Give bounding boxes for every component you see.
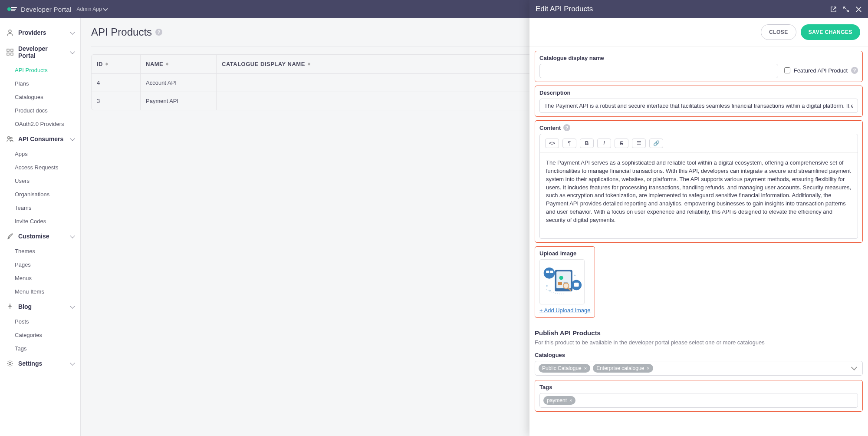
sidebar-item-product-docs[interactable]: Product docs xyxy=(0,104,80,117)
code-icon[interactable]: <> xyxy=(545,139,559,148)
rich-text-editor: <> ¶ B I S ☰ 🔗 The Payment API serves as… xyxy=(539,134,858,239)
chevron-down-icon xyxy=(70,136,75,141)
grid-icon xyxy=(6,48,14,56)
remove-chip-icon[interactable]: × xyxy=(584,366,587,371)
sidebar-item-themes[interactable]: Themes xyxy=(0,244,80,258)
sidebar-item-posts[interactable]: Posts xyxy=(0,315,80,328)
italic-icon[interactable]: I xyxy=(597,139,611,148)
sidebar-item-oauth2-0-providers[interactable]: OAuth2.0 Providers xyxy=(0,117,80,131)
svg-rect-5 xyxy=(11,53,13,55)
help-icon[interactable]: ? xyxy=(563,124,570,131)
tags-label: Tags xyxy=(539,384,858,390)
catalogue-name-input[interactable] xyxy=(539,64,778,78)
featured-checkbox[interactable]: Featured API Product ? xyxy=(784,64,858,74)
gear-icon xyxy=(6,360,14,367)
tags-input[interactable]: payment × xyxy=(539,393,858,408)
svg-point-9 xyxy=(544,268,555,279)
remove-chip-icon[interactable]: × xyxy=(569,398,572,403)
description-label: Description xyxy=(539,89,858,96)
logo-icon xyxy=(7,5,17,13)
svg-rect-3 xyxy=(11,49,13,51)
user-icon xyxy=(6,29,14,36)
expand-icon[interactable] xyxy=(843,6,849,13)
chevron-down-icon xyxy=(70,360,75,365)
col-id[interactable]: ID xyxy=(92,55,141,73)
sidebar-item-catalogues[interactable]: Catalogues xyxy=(0,90,80,104)
publish-subtitle: For this product to be available in the … xyxy=(535,339,863,346)
pin-icon xyxy=(6,303,14,310)
sort-icon xyxy=(166,61,168,67)
svg-rect-10 xyxy=(546,271,549,273)
help-icon[interactable]: ? xyxy=(851,67,858,74)
catalogue-name-label: Catalogue display name xyxy=(539,55,778,61)
tags-section: Tags payment × xyxy=(535,380,863,412)
chevron-down-icon xyxy=(70,304,75,308)
sidebar-item-organisations[interactable]: Organisations xyxy=(0,188,80,201)
chevron-down-icon xyxy=(851,364,857,370)
nav-group-label: Blog xyxy=(18,303,32,310)
featured-label: Featured API Product xyxy=(794,67,848,74)
nav-group-label: Customise xyxy=(18,233,49,240)
chevron-down-icon xyxy=(70,233,75,238)
chevron-down-icon xyxy=(70,49,75,54)
close-icon[interactable] xyxy=(855,6,862,13)
edit-drawer: Edit API Products CLOSE SAVE CHANGES Cat… xyxy=(529,0,868,436)
page-title-text: API Products xyxy=(91,26,152,38)
svg-rect-15 xyxy=(558,282,562,285)
sidebar-item-access-requests[interactable]: Access Requests xyxy=(0,161,80,174)
sidebar-item-menu-items[interactable]: Menu Items xyxy=(0,285,80,298)
content-label: Content? xyxy=(539,124,858,131)
sidebar-item-menus[interactable]: Menus xyxy=(0,271,80,285)
sort-icon xyxy=(105,61,108,67)
description-input[interactable] xyxy=(539,99,858,113)
tag-chip[interactable]: payment × xyxy=(543,396,575,405)
nav-group-label: API Consumers xyxy=(18,135,63,142)
open-external-icon[interactable] xyxy=(830,6,837,13)
drawer-header: Edit API Products xyxy=(529,0,868,18)
users-icon xyxy=(6,135,14,143)
catalogue-chip[interactable]: Enterprise catalogue × xyxy=(593,364,653,373)
sidebar-item-users[interactable]: Users xyxy=(0,174,80,188)
logo-text: Developer Portal xyxy=(21,6,72,13)
nav-group-blog[interactable]: Blog xyxy=(0,298,80,315)
sidebar-item-plans[interactable]: Plans xyxy=(0,77,80,90)
content-textarea[interactable]: The Payment API serves as a sophisticate… xyxy=(540,153,858,238)
featured-checkbox-input[interactable] xyxy=(784,67,790,73)
nav-group-providers[interactable]: Providers xyxy=(0,24,80,41)
svg-point-8 xyxy=(9,363,11,365)
svg-point-14 xyxy=(559,276,563,280)
nav-group-customise[interactable]: Customise xyxy=(0,228,80,244)
sidebar-item-api-products[interactable]: API Products xyxy=(0,63,80,77)
svg-rect-2 xyxy=(7,49,9,51)
svg-rect-4 xyxy=(7,53,9,55)
nav-group-api-consumers[interactable]: API Consumers xyxy=(0,131,80,147)
admin-app-label[interactable]: Admin App xyxy=(77,6,102,12)
upload-image-section: Upload image + Add Upload image xyxy=(535,246,595,318)
nav-group-settings[interactable]: Settings xyxy=(0,355,80,372)
svg-point-0 xyxy=(7,7,11,11)
bold-icon[interactable]: B xyxy=(580,139,594,148)
strike-icon[interactable]: S xyxy=(615,139,628,148)
nav-group-developer-portal[interactable]: Developer Portal xyxy=(0,41,80,63)
remove-chip-icon[interactable]: × xyxy=(647,366,649,371)
image-thumbnail[interactable] xyxy=(539,259,585,304)
drawer-title: Edit API Products xyxy=(536,5,593,13)
add-upload-link[interactable]: + Add Upload image xyxy=(539,307,590,314)
help-icon[interactable]: ? xyxy=(155,29,162,36)
sidebar-item-tags[interactable]: Tags xyxy=(0,342,80,355)
sidebar-item-apps[interactable]: Apps xyxy=(0,147,80,161)
sidebar-item-teams[interactable]: Teams xyxy=(0,201,80,215)
svg-rect-19 xyxy=(574,283,579,287)
close-button[interactable]: CLOSE xyxy=(761,24,796,40)
list-icon[interactable]: ☰ xyxy=(632,139,646,148)
catalogue-chip[interactable]: Public Catalogue × xyxy=(539,364,590,373)
cell-id: 3 xyxy=(92,92,141,110)
sidebar-item-pages[interactable]: Pages xyxy=(0,258,80,271)
paragraph-icon[interactable]: ¶ xyxy=(562,139,576,148)
catalogues-multiselect[interactable]: Public Catalogue ×Enterprise catalogue × xyxy=(535,361,863,376)
sidebar-item-categories[interactable]: Categories xyxy=(0,328,80,342)
link-icon[interactable]: 🔗 xyxy=(649,139,663,148)
save-button[interactable]: SAVE CHANGES xyxy=(801,24,860,40)
sidebar-item-invite-codes[interactable]: Invite Codes xyxy=(0,215,80,228)
col-name[interactable]: NAME xyxy=(141,55,217,73)
